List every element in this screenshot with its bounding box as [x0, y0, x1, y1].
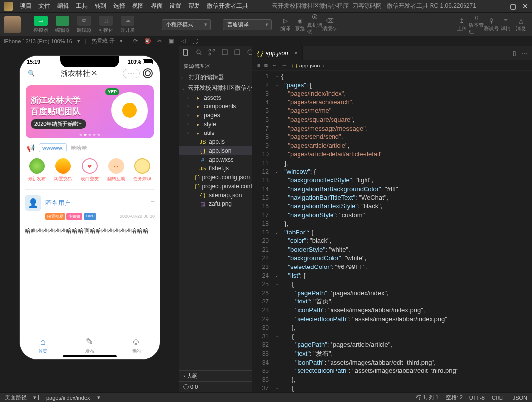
- menu-item[interactable]: 帮助: [185, 1, 203, 11]
- post-card[interactable]: 👤 匿名用户 ≡ 闲置交易小姐姐Lv20 2020-08-28 08:30 哈哈…: [25, 189, 155, 235]
- cut-icon[interactable]: ✂: [156, 38, 163, 45]
- menu-item[interactable]: 转到: [92, 1, 109, 11]
- capsule-menu[interactable]: •••: [123, 69, 140, 78]
- tree-item[interactable]: ⌄云开发校园微社区微信小程序源码: [179, 83, 252, 93]
- status-path-value[interactable]: pages/index/index: [46, 395, 90, 401]
- menu-item[interactable]: 项目: [17, 1, 34, 11]
- simulator-pane: 15:19 100% 🔍 浙农林社区 ••• 浙江农林大学百度贴吧团队 2020…: [0, 46, 179, 392]
- tree-item[interactable]: { }app.json: [179, 146, 252, 155]
- tab-close-icon[interactable]: ×: [294, 50, 298, 57]
- tab-item[interactable]: ⌂首页: [38, 337, 47, 355]
- mute-icon[interactable]: 🔇: [144, 38, 151, 45]
- problems-counter[interactable]: ⓘ 0 0: [179, 381, 252, 392]
- grid-item[interactable]: 最新发布: [28, 158, 46, 182]
- tree-item[interactable]: ›▸style: [179, 120, 252, 129]
- user-avatar[interactable]: [4, 16, 21, 33]
- back-icon[interactable]: ◁: [180, 38, 187, 45]
- menu-item[interactable]: 设置: [166, 1, 184, 11]
- toolbar-action[interactable]: ⚲测试号: [484, 19, 499, 31]
- menu-item[interactable]: 选择: [110, 1, 128, 11]
- search-tab-icon[interactable]: [195, 48, 203, 58]
- tab-item[interactable]: ✎发布: [85, 336, 94, 355]
- more-icon[interactable]: ⋯: [521, 50, 527, 57]
- toolbar-action[interactable]: ▷编译: [278, 19, 293, 31]
- toolbar-action[interactable]: ⦿真机调试: [307, 19, 322, 31]
- toolbar-button[interactable]: ◫可视化: [96, 15, 116, 34]
- tree-item[interactable]: JSapp.js: [179, 137, 252, 146]
- capsule-close[interactable]: [143, 68, 153, 78]
- time-label: 15:19: [27, 59, 40, 65]
- encoding-label[interactable]: UTF-8: [469, 395, 485, 401]
- hot-reload-label[interactable]: 热重载 开: [92, 37, 115, 45]
- tree-item[interactable]: ›打开的编辑器: [179, 72, 252, 83]
- tree-item[interactable]: { }sitemap.json: [179, 191, 252, 200]
- compile-select[interactable]: 普通编译: [223, 19, 272, 30]
- tree-item[interactable]: #app.wxss: [179, 155, 252, 164]
- indent-label[interactable]: 空格: 2: [446, 394, 463, 401]
- post-time: 2020-08-28 08:30: [120, 214, 155, 219]
- maximize-icon[interactable]: ▢: [510, 2, 516, 10]
- grid-item[interactable]: 任务兼职: [133, 158, 151, 182]
- breadcrumb[interactable]: { } app.json ›: [292, 63, 324, 68]
- toolbar-button[interactable]: ⧉调试器: [74, 15, 95, 34]
- toolbar-action[interactable]: ↥上传: [454, 19, 469, 31]
- code-editor[interactable]: 1234567891011121314151617181920212223242…: [252, 71, 532, 392]
- tree-item[interactable]: ›▸pages: [179, 111, 252, 120]
- editor-tab[interactable]: { } app.json ×: [252, 46, 303, 60]
- files-tab-icon[interactable]: [182, 48, 190, 58]
- cursor-position[interactable]: 行 1, 列 1: [416, 394, 438, 401]
- toolbar-action[interactable]: ⌫清缓存: [322, 19, 337, 31]
- mode-select[interactable]: 小程序模式: [162, 19, 211, 30]
- status-path-label: 页面路径: [5, 394, 27, 401]
- eol-label[interactable]: CRLF: [492, 395, 506, 401]
- ext1-icon[interactable]: [221, 48, 229, 58]
- screenshot-icon[interactable]: ▣: [168, 38, 175, 45]
- tree-item[interactable]: { }project.config.json: [179, 173, 252, 182]
- tree-item[interactable]: ›▸components: [179, 102, 252, 111]
- device-label[interactable]: iPhone 12/13 (Pro) 100% 16: [4, 38, 72, 44]
- toolbar-action[interactable]: ◉预览: [293, 19, 307, 31]
- menu-item[interactable]: 工具: [73, 1, 91, 11]
- split-icon[interactable]: ▯: [513, 50, 516, 57]
- menu-item[interactable]: 界面: [148, 1, 166, 11]
- menu-item[interactable]: 微信开发者工具: [204, 1, 251, 11]
- toolbar-button[interactable]: ▭模拟器: [31, 15, 51, 34]
- toolbar-button[interactable]: ☁云开发: [117, 15, 138, 34]
- toolbar-button[interactable]: 编辑器: [52, 15, 73, 34]
- close-icon[interactable]: ✕: [522, 2, 528, 10]
- expand-icon[interactable]: ⛶: [192, 38, 199, 45]
- menu-item[interactable]: 编辑: [54, 1, 72, 11]
- branch-tab-icon[interactable]: [208, 48, 216, 58]
- bc-icon[interactable]: ≡: [257, 62, 260, 68]
- tab-item[interactable]: ☺我的: [132, 337, 140, 355]
- bookmark-icon[interactable]: ⧉: [264, 62, 268, 68]
- bc-fwd-icon[interactable]: →: [281, 62, 287, 68]
- notice-bar: 📢 wwwww: 哈哈哈: [27, 143, 153, 152]
- notice-link[interactable]: wwwww:: [39, 143, 67, 152]
- minimize-icon[interactable]: ―: [497, 2, 504, 10]
- orientation-icon[interactable]: ⟳: [133, 38, 139, 45]
- tree-item[interactable]: ›▸assets: [179, 93, 252, 102]
- tree-item[interactable]: { }project.private.config.js...: [179, 182, 252, 191]
- menu-item[interactable]: 视图: [129, 1, 147, 11]
- tree-item[interactable]: ›▸utils: [179, 129, 252, 137]
- notice-text: 哈哈哈: [71, 144, 87, 152]
- menu-item[interactable]: 文件: [35, 1, 53, 11]
- outline-header[interactable]: › 大纲: [179, 370, 252, 381]
- toolbar-action[interactable]: ⎌版本管理: [469, 19, 484, 31]
- language-label[interactable]: JSON: [513, 395, 527, 401]
- search-icon[interactable]: 🔍: [27, 69, 35, 78]
- chevron-down-icon[interactable]: ▾: [77, 38, 80, 44]
- file-tree: ›打开的编辑器⌄云开发校园微社区微信小程序源码›▸assets›▸compone…: [179, 72, 252, 370]
- banner[interactable]: 浙江农林大学百度贴吧团队 2020年纳新开始啦~ YEP: [26, 85, 154, 138]
- grid-item[interactable]: 翻转互助: [107, 158, 125, 182]
- grid-item[interactable]: 闲置交易: [54, 158, 72, 182]
- tree-item[interactable]: JSfishei.js: [179, 164, 252, 173]
- post-menu-icon[interactable]: ≡: [151, 199, 155, 207]
- bc-back-icon[interactable]: ←: [272, 62, 277, 68]
- tree-item[interactable]: ▨zafu.png: [179, 200, 252, 208]
- ext2-icon[interactable]: [233, 48, 241, 58]
- toolbar-action[interactable]: ≡详情: [499, 19, 513, 31]
- grid-item[interactable]: 表白交友: [81, 158, 99, 182]
- toolbar-action[interactable]: △消息: [513, 19, 528, 31]
